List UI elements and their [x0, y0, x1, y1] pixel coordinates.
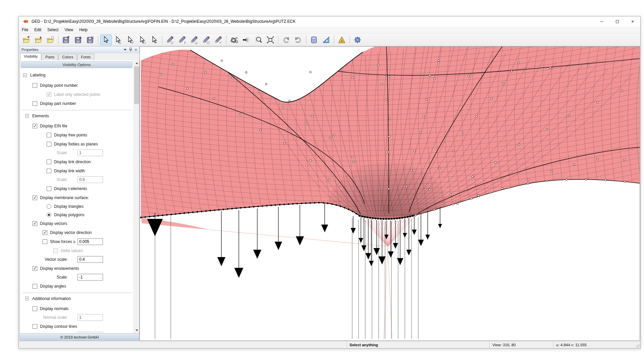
scroll-down-button[interactable] — [134, 327, 140, 333]
toolbar-edit-links-tool[interactable]: ∕ — [176, 35, 188, 45]
collapse-box-icon[interactable] — [25, 297, 29, 300]
toolbar-separator — [278, 36, 278, 44]
minimize-button[interactable] — [594, 16, 609, 26]
toolbar-open-file-square[interactable]: □ — [45, 35, 56, 45]
toolbar-zoom-tool[interactable] — [253, 35, 264, 45]
pencil-icon: ○ — [166, 36, 174, 44]
label-display-vector-direction: Display vector direction — [50, 230, 92, 235]
label-normal-scale: Normal scale: — [43, 315, 68, 320]
row-delta-values: Delta values — [20, 246, 133, 255]
floppy-icon: □ — [86, 36, 94, 44]
row-display-contour-lines: Display contour lines — [20, 322, 133, 331]
input-distance[interactable] — [77, 332, 103, 333]
panel-tabs: VisibilityPartsColorsFonts — [19, 53, 140, 60]
checkbox-display-membrane-surface[interactable] — [33, 195, 37, 200]
checkbox-display-ein-file[interactable] — [33, 124, 37, 128]
properties-panel: Properties × VisibilityPartsColorsFonts … — [19, 46, 140, 341]
main-area: Properties × VisibilityPartsColorsFonts … — [19, 46, 640, 341]
input-scale[interactable] — [77, 149, 103, 156]
tab-fonts[interactable]: Fonts — [77, 54, 94, 60]
panel-menu-arrow-icon[interactable] — [122, 47, 128, 52]
input-show-forces[interactable] — [77, 238, 103, 245]
toolbar-measure-button[interactable] — [320, 35, 332, 45]
checkbox-show-forces[interactable] — [43, 239, 47, 244]
row-display-fixities-as-planes: Display fixities as planes — [20, 139, 133, 148]
toolbar-select-points-tool[interactable]: ○ — [112, 35, 124, 45]
toolbar-select-region-tool[interactable]: ▢ — [137, 35, 148, 45]
label-scale: Scale: — [57, 150, 68, 155]
checkbox-display-contour-lines[interactable] — [33, 324, 37, 329]
toolbar-mesh-quality-button[interactable] — [336, 35, 347, 45]
menu-view[interactable]: View — [61, 26, 76, 34]
collapse-box-icon[interactable] — [25, 114, 29, 118]
checkbox-display-free-points[interactable] — [47, 133, 51, 137]
row-display-membrane-surface: Display membrane surface: — [20, 193, 133, 202]
toolbar-save-file-hash[interactable]: # — [60, 35, 72, 45]
checkbox-display-fixities-as-planes[interactable] — [47, 142, 51, 146]
toolbar-select-links-tool[interactable]: ∕ — [124, 35, 136, 45]
input-normal-scale[interactable] — [77, 314, 103, 321]
checkbox-display-part-number[interactable] — [33, 101, 37, 106]
menu-edit[interactable]: Edit — [31, 26, 44, 34]
toolbar-settings-button[interactable] — [352, 35, 363, 45]
row-elements: Elements — [22, 110, 132, 121]
viewport-3d[interactable] — [140, 46, 640, 341]
checkbox-display-enslavements[interactable] — [33, 266, 37, 271]
row-show-forces: Show forces ≥ — [20, 237, 133, 246]
close-button[interactable]: × — [625, 16, 640, 26]
toolbar-redo-button[interactable] — [292, 35, 304, 45]
label-display-triangles: Display triangles — [54, 204, 84, 209]
checkbox-delta-values[interactable] — [53, 248, 58, 253]
menu-help[interactable]: Help — [76, 26, 91, 34]
toolbar-edit-points-tool[interactable]: ○ — [164, 35, 176, 45]
menu-file[interactable]: File — [19, 26, 31, 34]
scrollbar-thumb[interactable] — [134, 66, 139, 104]
toolbar-calculator-button[interactable] — [308, 35, 320, 45]
panel-scrollbar[interactable] — [133, 60, 139, 333]
scroll-up-button[interactable] — [134, 60, 140, 66]
checkbox-display-angles[interactable] — [33, 284, 37, 289]
tab-visibility[interactable]: Visibility — [20, 53, 41, 60]
toolbar-edit-apply-tool[interactable]: ✓ — [213, 35, 224, 45]
checkbox-display-normals[interactable] — [33, 306, 37, 311]
checkbox-display-point-number[interactable] — [33, 83, 37, 88]
svg-text:□: □ — [91, 36, 94, 39]
checkbox-label-only-selected-points[interactable] — [47, 92, 51, 97]
collapse-box-icon[interactable] — [23, 73, 27, 77]
checkbox-display-vector-direction[interactable] — [43, 230, 47, 235]
toolbar-edit-region-tool[interactable]: ▢ — [201, 35, 212, 45]
maximize-button[interactable] — [609, 16, 625, 26]
toolbar-undo-button[interactable] — [280, 35, 292, 45]
checkbox-display-t-elements[interactable] — [47, 186, 51, 191]
radio-display-triangles[interactable] — [47, 204, 51, 209]
folder-icon: □ — [46, 36, 54, 44]
input-scale[interactable] — [77, 176, 103, 183]
checkbox-display-link-direction[interactable] — [47, 160, 51, 164]
toolbar-separator — [306, 36, 306, 44]
tab-colors[interactable]: Colors — [58, 54, 77, 60]
toolbar-select-all-tool[interactable]: ✓ — [149, 35, 160, 45]
toolbar-save-file-square[interactable]: □ — [85, 35, 96, 45]
label-display-ein-file: Display EIN file — [40, 124, 67, 128]
setsquare-icon — [322, 36, 330, 44]
resize-grip[interactable] — [635, 343, 640, 348]
menu-select[interactable]: Select — [44, 26, 61, 34]
row-display-vectors: Display vectors — [20, 219, 133, 228]
input-scale[interactable] — [77, 274, 103, 281]
status-view: View: 316, 80 — [489, 341, 553, 348]
panel-close-icon[interactable]: × — [133, 47, 139, 52]
checkbox-display-vectors[interactable] — [33, 221, 37, 226]
toolbar-open-file-triangle[interactable]: ▲ — [33, 35, 44, 45]
toolbar-redraw-burst-tool[interactable] — [240, 35, 252, 45]
toolbar-open-file-hash[interactable]: # — [20, 35, 32, 45]
tab-parts[interactable]: Parts — [42, 54, 58, 60]
toolbar-save-file-triangle[interactable]: ▲ — [72, 35, 84, 45]
toolbar-orbit-tool[interactable] — [228, 35, 240, 45]
toolbar-select-tool[interactable] — [100, 35, 112, 45]
input-vector-scale[interactable] — [77, 256, 103, 263]
panel-pin-icon[interactable] — [128, 47, 133, 52]
toolbar-edit-triangles-tool[interactable]: △ — [189, 35, 200, 45]
toolbar-zoom-extents-tool[interactable] — [265, 35, 276, 45]
checkbox-display-link-width[interactable] — [47, 169, 51, 173]
radio-display-polygons[interactable] — [47, 213, 51, 217]
